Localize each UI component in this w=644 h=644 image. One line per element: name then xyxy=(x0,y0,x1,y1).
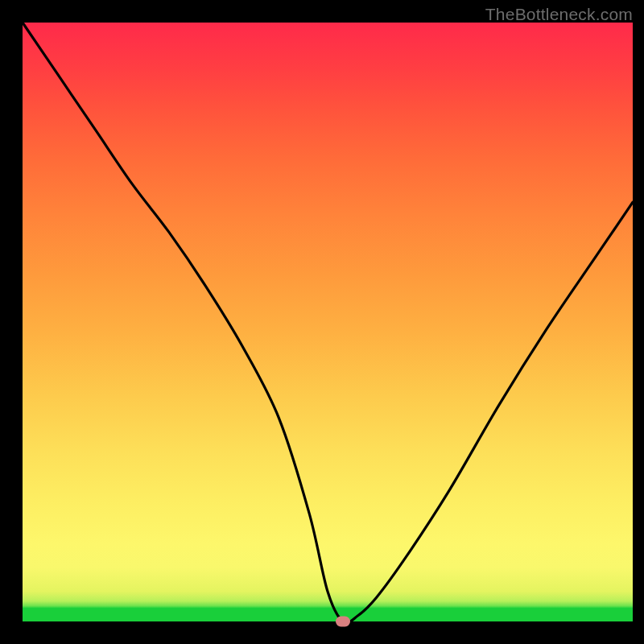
curve-layer xyxy=(23,23,633,621)
watermark-text: TheBottleneck.com xyxy=(485,5,633,24)
bottleneck-curve xyxy=(23,23,633,623)
optimum-marker xyxy=(336,617,350,627)
chart-frame: TheBottleneck.com xyxy=(0,0,644,644)
plot-area xyxy=(23,23,633,621)
